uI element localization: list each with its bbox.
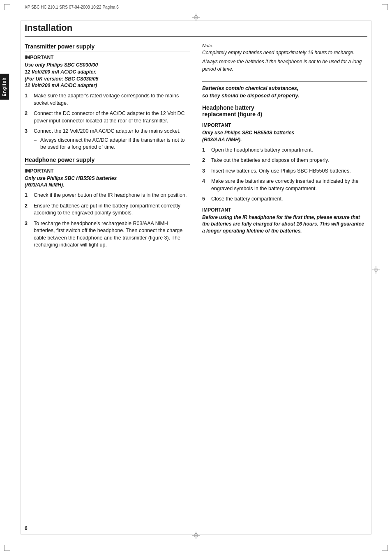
step-text: Make sure the adapter's rated voltage co…	[34, 92, 190, 107]
headphone-battery-important-label: IMPORTANT	[202, 122, 367, 128]
transmitter-step-3: 3 Connect the 12 Volt/200 mA AC/DC adapt…	[25, 128, 190, 152]
file-info-text: XP SBC HC 210.1 SRS 07-04-2003 10:22 Pag…	[25, 5, 119, 9]
step-num: 2	[25, 110, 30, 124]
step-num: 3	[25, 220, 30, 249]
headphone-battery-step-1: 1 Open the headphone's battery compartme…	[202, 147, 367, 154]
transmitter-heading: Transmitter power supply	[25, 43, 190, 51]
transmitter-sub-item: Always disconnect the AC/DC adapter if t…	[34, 137, 190, 151]
corner-mark-bl	[4, 545, 10, 551]
note-divider	[202, 77, 367, 77]
final-important-text: Before using the IR headphone for the fi…	[202, 214, 367, 235]
headphone-battery-step-2: 2 Take out the batteries and dispose of …	[202, 157, 367, 164]
headphone-power-step-1: 1 Check if the power button of the IR he…	[25, 192, 190, 199]
headphone-power-step-3: 3 To recharge the headphone's rechargeab…	[25, 220, 190, 249]
note-text-1: Completely empty batteries need approxim…	[202, 49, 367, 56]
right-column: Note: Completely empty batteries need ap…	[202, 43, 367, 253]
headphone-power-important-label: IMPORTANT	[25, 168, 190, 174]
step-text: Make sure the batteries are correctly in…	[211, 178, 367, 192]
step-num: 5	[202, 196, 208, 203]
step-num: 2	[202, 157, 208, 164]
page-number: 6	[25, 525, 28, 531]
step-text: Connect the 12 Volt/200 mA AC/DC adapter…	[34, 128, 190, 152]
reg-mark-bottom	[192, 532, 200, 540]
corner-mark-tr	[382, 4, 388, 10]
transmitter-important-em: Use only Philips SBC CS030/0012 Volt/200…	[25, 62, 98, 88]
transmitter-steps: 1 Make sure the adapter's rated voltage …	[25, 92, 190, 152]
border-line-left	[21, 21, 21, 534]
headphone-power-step-2: 2 Ensure the batteries are put in the ba…	[25, 203, 190, 217]
step-num: 3	[202, 168, 208, 175]
step-num: 1	[202, 147, 208, 154]
step-text: Insert new batteries. Only use Philips S…	[211, 168, 367, 175]
note-label: Note:	[202, 43, 367, 48]
step-num: 4	[202, 178, 208, 192]
page-container: XP SBC HC 210.1 SRS 07-04-2003 10:22 Pag…	[0, 0, 392, 555]
headphone-battery-heading: Headphone batteryreplacement (figure 4)	[202, 104, 367, 119]
corner-mark-tl	[4, 4, 10, 10]
reg-mark-right	[372, 266, 380, 275]
final-important-label: IMPORTANT	[202, 207, 367, 213]
border-line-right	[371, 21, 371, 534]
transmitter-section: Transmitter power supply IMPORTANT Use o…	[25, 43, 190, 152]
step-num: 3	[25, 128, 30, 152]
left-column: Transmitter power supply IMPORTANT Use o…	[25, 43, 190, 253]
headphone-battery-step-4: 4 Make sure the batteries are correctly …	[202, 178, 367, 192]
reg-mark-top	[192, 14, 200, 22]
two-column-layout: Transmitter power supply IMPORTANT Use o…	[25, 43, 367, 253]
step-num: 1	[25, 192, 30, 199]
language-tab: English	[0, 74, 9, 100]
step-text: Ensure the batteries are put in the batt…	[34, 203, 190, 217]
step-text: Connect the DC connector of the AC/DC ad…	[34, 110, 190, 124]
transmitter-sub-list: Always disconnect the AC/DC adapter if t…	[34, 137, 190, 151]
headphone-battery-step-3: 3 Insert new batteries. Only use Philips…	[202, 168, 367, 175]
note-section: Note: Completely empty batteries need ap…	[202, 43, 367, 99]
headphone-power-important-text: Only use Philips SBC HB550S batteries(R0…	[25, 175, 190, 189]
step-text: Close the battery compartment.	[211, 196, 367, 203]
page-title: Installation	[25, 23, 367, 37]
note-text-2: Always remove the batteries if the headp…	[202, 58, 367, 73]
headphone-power-section: Headphone power supply IMPORTANT Only us…	[25, 157, 190, 249]
transmitter-step-1: 1 Make sure the adapter's rated voltage …	[25, 92, 190, 107]
headphone-power-steps: 1 Check if the power button of the IR he…	[25, 192, 190, 249]
step-text: Open the headphone's battery compartment…	[211, 147, 367, 154]
step-text: Take out the batteries and dispose of th…	[211, 157, 367, 164]
step-text: Check if the power button of the IR head…	[34, 192, 190, 199]
headphone-power-heading: Headphone power supply	[25, 157, 190, 165]
headphone-battery-step-5: 5 Close the battery compartment.	[202, 196, 367, 203]
transmitter-step-2: 2 Connect the DC connector of the AC/DC …	[25, 110, 190, 124]
headphone-battery-important-text: Only use Philips SBC HB550S batteries(R0…	[202, 129, 367, 143]
file-info-header: XP SBC HC 210.1 SRS 07-04-2003 10:22 Pag…	[25, 5, 367, 9]
corner-mark-br	[382, 545, 388, 551]
step-num: 2	[25, 203, 30, 217]
transmitter-important-label: IMPORTANT	[25, 55, 190, 60]
headphone-battery-section: Headphone batteryreplacement (figure 4) …	[202, 104, 367, 235]
headphone-battery-steps: 1 Open the headphone's battery compartme…	[202, 147, 367, 203]
headphone-power-important-em: Only use Philips SBC HB550S batteries(R0…	[25, 175, 117, 188]
main-content: Installation Transmitter power supply IM…	[25, 23, 367, 532]
transmitter-important-text: Use only Philips SBC CS030/0012 Volt/200…	[25, 62, 190, 89]
step-num: 1	[25, 92, 30, 107]
chemical-warning: Batteries contain chemical substances,so…	[202, 81, 367, 99]
step-text: To recharge the headphone's rechargeable…	[34, 220, 190, 249]
